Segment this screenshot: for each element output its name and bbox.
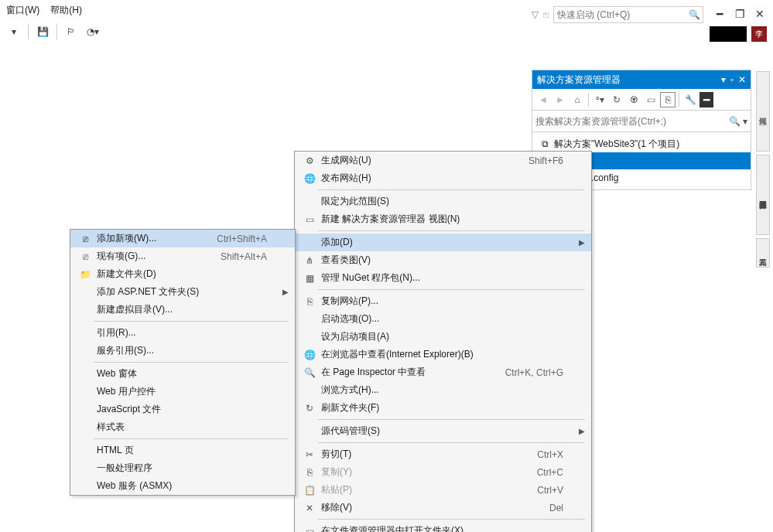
- menu-item[interactable]: 浏览方式(H)...: [295, 381, 591, 399]
- context-menu-main: ⚙生成网站(U)Shift+F6🌐发布网站(H)限定为此范围(S)▭新建 解决方…: [294, 151, 592, 532]
- menu-item-label: 源代码管理(S): [318, 425, 563, 438]
- context-menu-add: ⎚添加新项(W)...Ctrl+Shift+A⎚现有项(G)...Shift+A…: [70, 229, 296, 496]
- side-tab-0[interactable]: 属性: [756, 71, 770, 152]
- minimize-button[interactable]: ━: [713, 8, 727, 22]
- menu-item[interactable]: 🔍在 Page Inspector 中查看Ctrl+K, Ctrl+G: [295, 363, 591, 381]
- menu-item-icon: 📁: [77, 269, 94, 280]
- menu-item[interactable]: ⚙生成网站(U)Shift+F6: [295, 152, 591, 169]
- menu-item-label: 粘贴(P): [318, 483, 522, 496]
- menu-item-shortcut: Shift+F6: [528, 155, 563, 166]
- menu-item-label: JavaScript 文件: [94, 403, 267, 416]
- file-node[interactable]: .config: [591, 172, 618, 183]
- toolbar-dropdown[interactable]: ▾: [5, 22, 23, 41]
- menu-item[interactable]: Web 窗体: [70, 365, 295, 383]
- menu-item-label: 限定为此范围(S): [318, 195, 563, 208]
- menu-separator: [318, 189, 585, 190]
- menu-item-label: 添加(D): [318, 236, 563, 249]
- menu-item-label: 启动选项(O)...: [318, 312, 563, 326]
- home-icon[interactable]: ⌂: [569, 92, 585, 107]
- panel-menu-icon[interactable]: ▾: [721, 74, 726, 85]
- menu-item-label: 在浏览器中查看(Internet Explorer)(B): [318, 348, 563, 361]
- menu-item[interactable]: ⋔查看类图(V): [295, 251, 591, 269]
- panel-pin-icon[interactable]: ▫: [730, 74, 734, 85]
- user-avatar[interactable]: 李: [751, 26, 767, 42]
- side-tab-1[interactable]: 服务器资源管理器: [756, 155, 770, 235]
- preview-icon[interactable]: ━: [699, 92, 713, 107]
- menu-item-label: Web 用户控件: [94, 385, 267, 398]
- menu-item: ⎘复制(Y)Ctrl+C: [295, 463, 591, 481]
- menu-item[interactable]: ✂剪切(T)Ctrl+X: [295, 445, 591, 463]
- menu-item[interactable]: 样式表: [70, 418, 295, 436]
- menu-item[interactable]: ⎘复制网站(P)...: [295, 292, 591, 310]
- menu-item[interactable]: 添加(D)▶: [295, 234, 591, 251]
- restore-button[interactable]: ❐: [733, 8, 747, 22]
- menu-item[interactable]: 引用(R)...: [70, 324, 295, 342]
- filter-icon[interactable]: ▽: [532, 9, 539, 20]
- collapse-icon[interactable]: ♼: [626, 92, 641, 107]
- menu-item-label: 查看类图(V): [318, 254, 563, 267]
- menu-item[interactable]: 添加 ASP.NET 文件夹(S)▶: [70, 283, 295, 301]
- menu-item[interactable]: ✕移除(V)Del: [295, 499, 591, 517]
- menu-window[interactable]: 窗口(W): [6, 4, 39, 17]
- menu-help[interactable]: 帮助(H): [50, 4, 82, 17]
- menu-item-label: 剪切(T): [318, 448, 522, 461]
- menu-item-icon: ▦: [301, 273, 318, 284]
- quick-launch-input[interactable]: [554, 8, 686, 22]
- menu-item-label: 样式表: [94, 421, 267, 434]
- pie-icon[interactable]: ◔▾: [84, 22, 102, 41]
- panel-close-icon[interactable]: ✕: [738, 74, 746, 85]
- sync-icon[interactable]: ᵒ▾: [592, 92, 607, 107]
- menu-item-icon: ▭: [301, 526, 318, 533]
- menu-separator: [318, 419, 585, 420]
- close-button[interactable]: ✕: [753, 8, 767, 22]
- menu-item-shortcut: Ctrl+Shift+A: [217, 234, 267, 244]
- menu-item-label: 服务引用(S)...: [94, 344, 267, 357]
- menu-item-label: 设为启动项目(A): [318, 330, 563, 343]
- search-icon[interactable]: 🔍 ▾: [729, 116, 747, 127]
- menu-item-icon: ✂: [301, 449, 318, 460]
- menu-item[interactable]: ↻刷新文件夹(F): [295, 399, 591, 417]
- properties-icon[interactable]: 🔧: [682, 92, 698, 107]
- menu-item[interactable]: Web 服务 (ASMX): [70, 477, 295, 495]
- menu-item[interactable]: 一般处理程序: [70, 459, 295, 477]
- menu-item-icon: ▭: [301, 214, 318, 225]
- save-icon[interactable]: 💾: [33, 22, 52, 41]
- solution-search-input[interactable]: [535, 116, 729, 127]
- menu-item-shortcut: Ctrl+X: [537, 449, 563, 460]
- show-all-icon[interactable]: ▭: [643, 92, 658, 107]
- menu-item[interactable]: 📁新建文件夹(D): [70, 265, 295, 283]
- search-icon[interactable]: 🔍: [686, 9, 703, 20]
- menu-item[interactable]: HTML 页: [70, 442, 295, 459]
- menu-item[interactable]: ▦管理 NuGet 程序包(N)...: [295, 269, 591, 287]
- user-bar[interactable]: [710, 26, 747, 42]
- menu-item[interactable]: ⎚现有项(G)...Shift+Alt+A: [70, 247, 295, 265]
- menu-item[interactable]: 🌐发布网站(H): [295, 169, 591, 187]
- forward-icon: ►: [552, 92, 568, 107]
- menu-item-label: 引用(R)...: [94, 326, 267, 339]
- side-tab-2[interactable]: 工具箱: [756, 238, 770, 268]
- menu-item[interactable]: ▭在文件资源管理器中打开文件夹(X): [295, 522, 591, 532]
- solution-node[interactable]: 解决方案"WebSite3"(1 个项目): [554, 138, 679, 151]
- browse-icon[interactable]: 🏳: [62, 22, 80, 41]
- menu-item[interactable]: 限定为此范围(S): [295, 193, 591, 210]
- menu-item-label: 新建文件夹(D): [94, 268, 267, 281]
- menu-item[interactable]: 🌐在浏览器中查看(Internet Explorer)(B): [295, 346, 591, 363]
- copy-icon[interactable]: ⎘: [660, 92, 676, 107]
- menu-separator: [318, 519, 585, 520]
- menu-item[interactable]: 启动选项(O)...: [295, 310, 591, 328]
- menu-item[interactable]: 服务引用(S)...: [70, 342, 295, 360]
- menu-separator: [94, 362, 289, 363]
- menu-item[interactable]: JavaScript 文件: [70, 401, 295, 418]
- refresh-icon[interactable]: ↻: [609, 92, 624, 107]
- feedback-icon[interactable]: ⏍: [543, 9, 549, 20]
- menu-item[interactable]: ⎚添加新项(W)...Ctrl+Shift+A: [70, 230, 295, 247]
- menu-item[interactable]: 设为启动项目(A): [295, 328, 591, 346]
- menu-item[interactable]: Web 用户控件: [70, 383, 295, 401]
- quick-launch-box[interactable]: 🔍: [553, 6, 703, 23]
- menu-item[interactable]: ▭新建 解决方案资源管理器 视图(N): [295, 210, 591, 228]
- menu-item-label: Web 服务 (ASMX): [94, 479, 267, 493]
- menu-item[interactable]: 源代码管理(S)▶: [295, 422, 591, 440]
- menu-item[interactable]: 新建虚拟目录(V)...: [70, 301, 295, 319]
- menu-item-icon: ⚙: [301, 155, 318, 166]
- menu-item-label: 现有项(G)...: [94, 250, 205, 263]
